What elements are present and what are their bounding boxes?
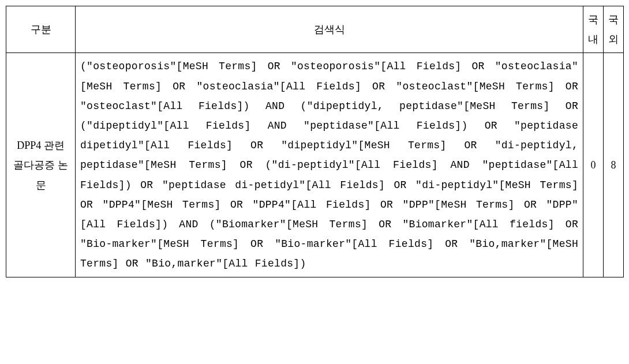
header-query: 검색식 — [76, 6, 583, 53]
search-query-table: 구분 검색식 국내 국외 DPP4 관련 골다공증 논문 ("osteoporo… — [6, 6, 624, 277]
header-category: 구분 — [6, 6, 76, 53]
table-row: DPP4 관련 골다공증 논문 ("osteoporosis"[MeSH Ter… — [6, 53, 624, 277]
cell-category: DPP4 관련 골다공증 논문 — [6, 53, 76, 277]
cell-domestic: 0 — [583, 53, 604, 277]
cell-query: ("osteoporosis"[MeSH Terms] OR "osteopor… — [76, 53, 583, 277]
header-foreign: 국외 — [604, 6, 624, 53]
header-domestic: 국내 — [583, 6, 604, 53]
cell-foreign: 8 — [604, 53, 624, 277]
table-header-row: 구분 검색식 국내 국외 — [6, 6, 624, 53]
